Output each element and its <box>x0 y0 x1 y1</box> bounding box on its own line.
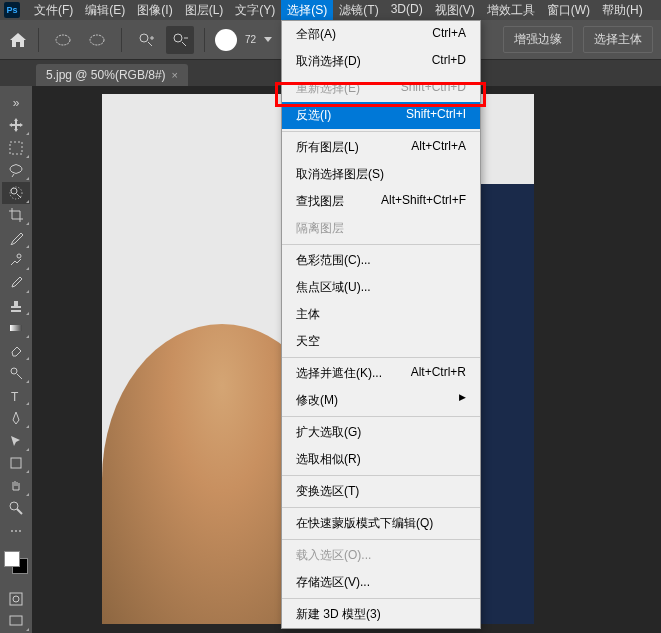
menu-item[interactable]: 变换选区(T) <box>282 478 480 505</box>
menu-窗口[interactable]: 窗口(W) <box>541 0 596 21</box>
menu-item[interactable]: 主体 <box>282 301 480 328</box>
close-icon[interactable]: × <box>172 69 178 81</box>
home-icon[interactable] <box>8 31 28 49</box>
tab-title: 5.jpg @ 50%(RGB/8#) <box>46 68 166 82</box>
gradient-tool[interactable] <box>2 317 30 339</box>
menu-bar: Ps 文件(F)编辑(E)图像(I)图层(L)文字(Y)选择(S)滤镜(T)3D… <box>0 0 661 20</box>
type-tool[interactable]: T <box>2 385 30 407</box>
svg-rect-17 <box>10 616 22 625</box>
menu-item[interactable]: 反选(I)Shift+Ctrl+I <box>282 102 480 129</box>
menu-item[interactable]: 新建 3D 模型(3) <box>282 601 480 628</box>
eyedropper-tool[interactable] <box>2 227 30 249</box>
menu-item[interactable]: 所有图层(L)Alt+Ctrl+A <box>282 134 480 161</box>
menu-item[interactable]: 选择并遮住(K)...Alt+Ctrl+R <box>282 360 480 387</box>
quick-selection-tool[interactable] <box>2 182 30 204</box>
svg-point-1 <box>90 35 104 45</box>
selection-new-icon[interactable] <box>49 26 77 54</box>
menu-3d[interactable]: 3D(D) <box>385 0 429 21</box>
menu-增效工具[interactable]: 增效工具 <box>481 0 541 21</box>
svg-rect-15 <box>10 593 22 605</box>
select-subject-button[interactable]: 选择主体 <box>583 26 653 53</box>
brush-preview[interactable] <box>215 29 237 51</box>
svg-rect-10 <box>10 325 22 331</box>
svg-point-2 <box>140 34 148 42</box>
quick-select-add-icon[interactable] <box>132 26 160 54</box>
quick-select-subtract-icon[interactable] <box>166 26 194 54</box>
menu-item[interactable]: 扩大选取(G) <box>282 419 480 446</box>
menu-文字[interactable]: 文字(Y) <box>229 0 281 21</box>
menu-帮助[interactable]: 帮助(H) <box>596 0 649 21</box>
svg-point-7 <box>11 188 17 194</box>
svg-point-3 <box>174 34 182 42</box>
menu-item[interactable]: 在快速蒙版模式下编辑(Q) <box>282 510 480 537</box>
move-tool[interactable] <box>2 115 30 137</box>
marquee-tool[interactable] <box>2 137 30 159</box>
menu-item[interactable]: 色彩范围(C)... <box>282 247 480 274</box>
toolbox: » T ⋯ <box>0 86 32 633</box>
menu-item[interactable]: 全部(A)Ctrl+A <box>282 21 480 48</box>
menu-滤镜[interactable]: 滤镜(T) <box>333 0 384 21</box>
menu-item: 重新选择(E)Shift+Ctrl+D <box>282 75 480 102</box>
menu-item[interactable]: 修改(M)▶ <box>282 387 480 414</box>
pen-tool[interactable] <box>2 407 30 429</box>
menu-选择[interactable]: 选择(S) <box>281 0 333 21</box>
menu-item[interactable]: 查找图层Alt+Shift+Ctrl+F <box>282 188 480 215</box>
svg-point-11 <box>11 368 17 374</box>
menu-图像[interactable]: 图像(I) <box>131 0 178 21</box>
menu-item: 载入选区(O)... <box>282 542 480 569</box>
menu-item[interactable]: 取消选择(D)Ctrl+D <box>282 48 480 75</box>
shape-tool[interactable] <box>2 453 30 475</box>
edit-toolbar[interactable]: ⋯ <box>2 520 30 542</box>
app-logo: Ps <box>4 2 20 18</box>
svg-rect-6 <box>10 142 22 154</box>
crop-tool[interactable] <box>2 205 30 227</box>
menu-item[interactable]: 选取相似(R) <box>282 446 480 473</box>
menu-编辑[interactable]: 编辑(E) <box>79 0 131 21</box>
lasso-tool[interactable] <box>2 160 30 182</box>
eraser-tool[interactable] <box>2 340 30 362</box>
screen-mode-icon[interactable] <box>2 611 30 633</box>
menu-文件[interactable]: 文件(F) <box>28 0 79 21</box>
healing-brush-tool[interactable] <box>2 250 30 272</box>
svg-point-0 <box>56 35 70 45</box>
path-selection-tool[interactable] <box>2 430 30 452</box>
menu-item[interactable]: 天空 <box>282 328 480 355</box>
menu-图层[interactable]: 图层(L) <box>179 0 230 21</box>
selection-add-icon[interactable] <box>83 26 111 54</box>
color-swatch[interactable] <box>4 551 28 574</box>
collapse-icon[interactable]: » <box>2 92 30 114</box>
zoom-tool[interactable] <box>2 498 30 520</box>
brush-tool[interactable] <box>2 272 30 294</box>
svg-point-9 <box>17 254 21 258</box>
menu-item: 隔离图层 <box>282 215 480 242</box>
stamp-tool[interactable] <box>2 295 30 317</box>
select-menu-dropdown: 全部(A)Ctrl+A取消选择(D)Ctrl+D重新选择(E)Shift+Ctr… <box>281 20 481 629</box>
menu-视图[interactable]: 视图(V) <box>429 0 481 21</box>
dodge-tool[interactable] <box>2 362 30 384</box>
svg-point-14 <box>10 502 18 510</box>
svg-text:T: T <box>11 390 19 403</box>
enhance-edge-button[interactable]: 增强边缘 <box>503 26 573 53</box>
menu-item[interactable]: 取消选择图层(S) <box>282 161 480 188</box>
menu-item[interactable]: 存储选区(V)... <box>282 569 480 596</box>
document-tab[interactable]: 5.jpg @ 50%(RGB/8#) × <box>36 64 188 86</box>
hand-tool[interactable] <box>2 475 30 497</box>
quick-mask-icon[interactable] <box>2 588 30 610</box>
menu-item[interactable]: 焦点区域(U)... <box>282 274 480 301</box>
svg-point-16 <box>13 596 19 602</box>
svg-rect-13 <box>11 458 21 468</box>
brush-size-label: 72 <box>245 34 256 45</box>
